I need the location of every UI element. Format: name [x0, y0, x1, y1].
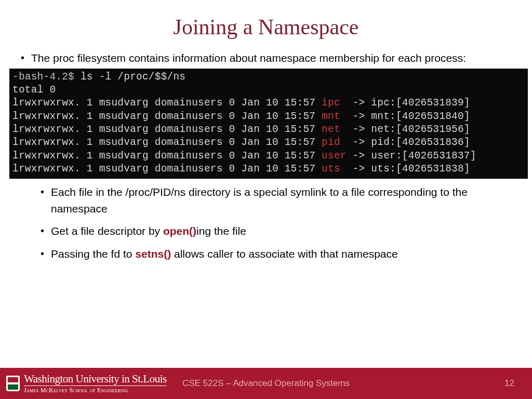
row-target: -> pid:[4026531836] [340, 137, 470, 148]
school-name: James McKelvey School of Engineering [24, 387, 167, 393]
terminal-row: lrwxrwxrwx. 1 msudvarg domainusers 0 Jan… [12, 150, 476, 162]
page-number: 12 [504, 378, 514, 389]
text-seg: ing the file [196, 225, 246, 237]
row-target: -> mnt:[4026531840] [340, 111, 470, 122]
terminal-row: lrwxrwxrwx. 1 msudvarg domainusers 0 Jan… [12, 111, 470, 122]
row-target: -> user:[4026531837] [347, 150, 476, 162]
row-perm: lrwxrwxrwx. 1 msudvarg domainusers 0 Jan… [12, 124, 322, 135]
terminal-row: lrwxrwxrwx. 1 msudvarg domainusers 0 Jan… [12, 137, 470, 148]
text-seg: Passing the fd to [51, 248, 135, 260]
bullet-setns: Passing the fd to setns() allows caller … [41, 246, 516, 262]
terminal-cmd: ls -l /proc/$$/ns [81, 71, 185, 83]
course-label: CSE 522S – Advanced Operating Systems [182, 378, 350, 389]
text-seg: allows caller to associate with that nam… [171, 248, 398, 260]
terminal-row: lrwxrwxrwx. 1 msudvarg domainusers 0 Jan… [12, 97, 470, 109]
row-perm: lrwxrwxrwx. 1 msudvarg domainusers 0 Jan… [12, 111, 322, 122]
slide-content: The proc filesystem contains information… [0, 50, 532, 262]
code-setns: setns() [135, 248, 171, 260]
row-perm: lrwxrwxrwx. 1 msudvarg domainusers 0 Jan… [12, 163, 322, 175]
university-name: Washington University in St.Louis [24, 374, 167, 384]
bullet-open: Get a file descriptor by open()ing the f… [41, 223, 516, 240]
slide-title: Joining a Namespace [0, 0, 532, 50]
row-target: -> net:[4026531956] [340, 124, 470, 135]
row-perm: lrwxrwxrwx. 1 msudvarg domainusers 0 Jan… [12, 97, 322, 109]
text-seg: Get a file descriptor by [51, 225, 163, 237]
row-perm: lrwxrwxrwx. 1 msudvarg domainusers 0 Jan… [12, 150, 322, 162]
bullet-symlink: Each file in the /proc/PID/ns directory … [41, 184, 516, 217]
code-open: open() [163, 225, 196, 237]
row-ns: net [322, 124, 340, 135]
bullet-text: The proc filesystem contains information… [31, 52, 466, 64]
terminal-row: lrwxrwxrwx. 1 msudvarg domainusers 0 Jan… [12, 163, 470, 175]
logo-text: Washington University in St.Louis James … [24, 374, 167, 393]
row-ns: mnt [322, 111, 340, 122]
logo-divider [24, 385, 167, 386]
terminal-row: lrwxrwxrwx. 1 msudvarg domainusers 0 Jan… [12, 124, 470, 135]
shield-icon [6, 376, 20, 391]
row-ns: pid [322, 137, 340, 148]
bullet-proc-fs: The proc filesystem contains information… [21, 50, 516, 262]
row-target: -> uts:[4026531838] [340, 163, 470, 175]
row-ns: ipc [322, 97, 340, 109]
row-ns: user [322, 150, 347, 162]
terminal-output: -bash-4.2$ ls -l /proc/$$/ns total 0 lrw… [9, 69, 528, 179]
row-ns: uts [322, 163, 340, 175]
slide-footer: Washington University in St.Louis James … [0, 368, 532, 399]
row-target: -> ipc:[4026531839] [340, 97, 470, 109]
terminal-prompt: -bash-4.2$ [12, 71, 81, 83]
row-perm: lrwxrwxrwx. 1 msudvarg domainusers 0 Jan… [12, 137, 322, 148]
university-logo: Washington University in St.Louis James … [0, 374, 167, 393]
terminal-total: total 0 [12, 84, 56, 96]
